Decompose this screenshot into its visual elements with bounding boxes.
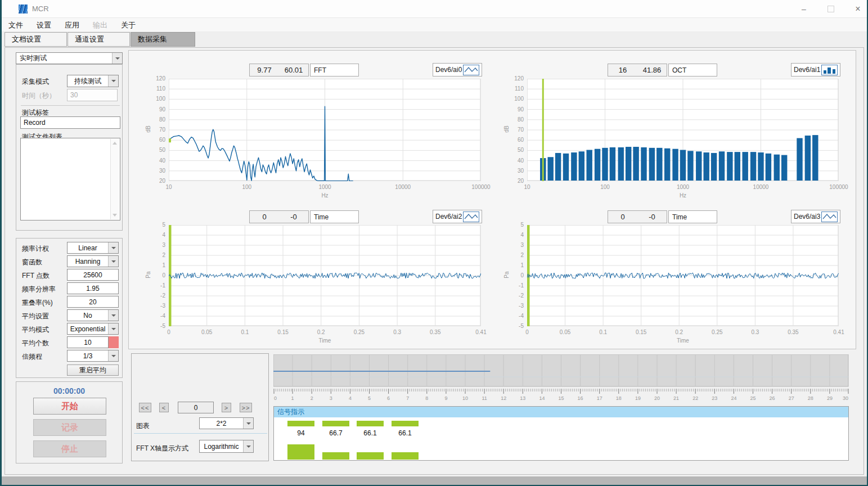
y-tick-label: 30 [505,168,524,174]
minimize-button[interactable]: – [791,0,816,18]
cursor-readout-fft: 9.7760.01 [249,64,309,76]
test-tag-input[interactable]: Record [20,116,120,129]
menu-item-3[interactable]: 应用 [58,18,86,33]
divider [21,105,120,106]
x-axis-unit-label: Hz [314,192,336,199]
scroll-down-icon[interactable] [113,214,117,217]
chart-layout-value: 2*2 [200,420,243,428]
channel-box-fft[interactable]: Dev6/ai0 [433,63,482,76]
x-tick-label: 0.1 [228,329,262,335]
svg-text:14: 14 [539,395,545,401]
fft-axis-label: FFT X轴显示方式 [136,444,188,453]
x-tick-label: 0.35 [419,329,452,335]
chart-type-box-time3: Time [668,210,717,223]
chevron-down-icon[interactable] [108,256,118,267]
nav-first-button[interactable]: << [139,403,151,412]
cursor-x-value: 16 [608,66,637,74]
plot-oct[interactable] [527,79,839,181]
y-tick-label: -2 [146,292,165,299]
x-tick-label: 0.2 [662,329,696,335]
chevron-down-icon[interactable] [108,242,118,253]
x-tick-label: 100 [230,184,264,190]
x-tick-label: 10000 [744,184,778,190]
restart-average-button[interactable]: 重启平均 [67,364,119,376]
time-input: 30 [67,89,118,101]
scroll-up-icon[interactable] [113,142,117,145]
svg-text:9: 9 [444,395,447,401]
svg-text:6: 6 [387,395,390,401]
setting-select-6[interactable]: No [67,309,119,321]
menu-item-2[interactable]: 设置 [30,18,58,33]
setting-select-7[interactable]: Exponential [67,323,119,335]
bar-chart-icon [821,65,838,75]
channel-name: Dev6/ai1 [794,66,820,74]
setting-select-2[interactable]: Hanning [67,255,119,267]
signal-peak-bar [322,452,349,460]
fft-axis-select[interactable]: Logarithmic [199,440,254,453]
nav-prev-button[interactable]: < [159,403,169,412]
y-tick-label: 20 [146,178,165,184]
chevron-down-icon[interactable] [243,440,253,452]
elapsed-timer: 00:00:00 [16,386,122,395]
test-file-list[interactable] [20,138,120,220]
svg-text:5: 5 [368,395,371,401]
tab-2[interactable]: 通道设置 [68,32,130,47]
x-tick-label: 0.3 [738,329,772,335]
plot-canvas-oct [527,79,839,181]
plot-time3[interactable] [527,225,839,326]
chevron-down-icon[interactable] [108,350,118,361]
setting-value-7: Exponential [68,325,108,333]
test-mode-select[interactable]: 实时测试 [16,52,123,64]
nav-next-button[interactable]: > [222,403,231,412]
y-tick-label: 60 [146,137,165,143]
run-groupbox: 00:00:00 开始 记录 停止 [16,381,123,464]
tab-1[interactable]: 文档设置 [5,32,67,47]
setting-select-9[interactable]: 1/3 [67,350,119,362]
chevron-down-icon[interactable] [112,53,122,64]
y-tick-label: 60 [505,137,524,143]
svg-text:30: 30 [843,395,848,401]
setting-input-5[interactable]: 20 [67,296,119,308]
setting-input-8[interactable]: 10 [67,336,109,348]
channel-box-time3[interactable]: Dev6/ai3 [791,210,840,223]
svg-text:24: 24 [731,395,736,401]
nav-last-button[interactable]: >> [240,403,252,412]
chevron-down-icon[interactable] [108,75,118,87]
acq-mode-label: 采集模式 [22,77,49,87]
svg-text:10: 10 [462,395,468,401]
test-mode-value: 实时测试 [16,53,112,63]
acq-mode-select[interactable]: 持续测试 [67,75,119,87]
setting-input-4[interactable]: 1.95 [67,282,119,294]
y-axis-unit-label: dB [145,121,151,138]
x-tick-label: 0.25 [342,329,376,335]
chevron-down-icon[interactable] [108,323,118,334]
page-index-box[interactable]: 0 [178,402,214,413]
setting-select-1[interactable]: Linear [67,242,119,254]
close-button[interactable]: × [845,0,868,18]
fft-settings-groupbox: 频率计权Linear窗函数HanningFFT 点数25600频率分辨率1.95… [16,238,123,378]
line-chart-icon [463,65,479,75]
cursor-readout-time2: 0-0 [249,210,309,223]
svg-text:13: 13 [520,395,525,401]
plot-canvas-fft [169,79,481,181]
start-button[interactable]: 开始 [33,398,106,415]
chevron-down-icon[interactable] [243,418,253,429]
y-tick-label: 100 [146,96,165,102]
channel-box-time2[interactable]: Dev6/ai2 [433,210,482,223]
chart-layout-select[interactable]: 2*2 [199,417,254,429]
menu-item-1[interactable]: 文件 [2,18,30,33]
menu-item-5[interactable]: 关于 [114,18,142,33]
plot-time2[interactable] [169,225,481,326]
scrollbar[interactable] [110,139,119,219]
y-tick-label: -2 [505,292,524,299]
maximize-button[interactable] [818,0,843,18]
x-axis-unit-label: Time [672,338,694,344]
tab-3[interactable]: 数据采集 [131,32,195,47]
plot-fft[interactable] [169,79,481,181]
setting-value-6: No [68,312,108,320]
cursor-x-value: 0 [250,213,279,221]
chevron-down-icon[interactable] [108,310,118,321]
channel-box-oct[interactable]: Dev6/ai1 [791,63,840,76]
y-tick-label: -4 [146,313,165,319]
setting-input-3[interactable]: 25600 [67,269,119,281]
